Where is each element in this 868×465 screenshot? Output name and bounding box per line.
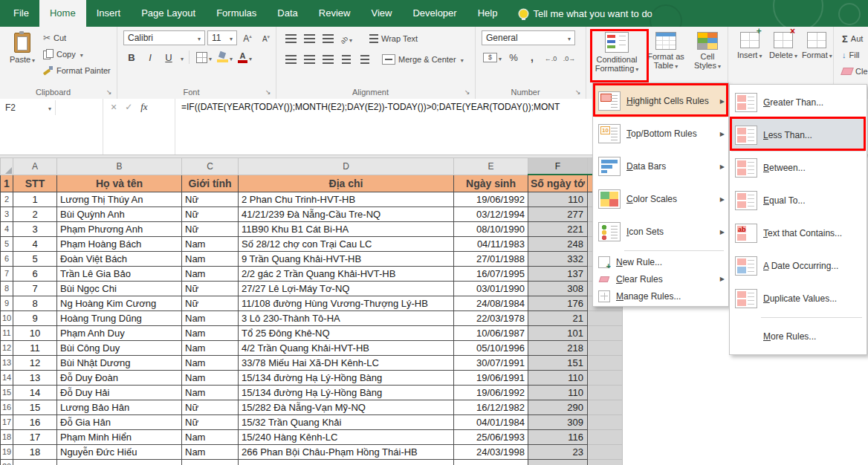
menu-item[interactable]: Data Bars [595,150,727,183]
menu-item[interactable]: Top/Bottom Rules [595,117,727,150]
cell-days[interactable]: 248 [528,236,588,251]
select-all-corner[interactable] [1,158,13,175]
cell-dob[interactable]: 16/07/1995 [454,266,528,281]
column-header[interactable]: C [182,158,239,175]
cell-gender[interactable]: Nam [182,355,239,370]
menu-item[interactable]: Clear Rules [595,270,727,287]
cell-name[interactable]: Đỗ Duy Hải [57,385,182,400]
cell-extra[interactable] [588,444,623,459]
header-cell-address[interactable]: Địa chỉ [239,175,454,192]
cell-address[interactable]: 2 Phan Chu Trinh-HVT-HB [239,192,454,207]
format-cells-button[interactable]: Format [801,29,833,61]
cell-name[interactable]: Ng Hoàng Kim Cương [57,296,182,310]
cell-extra[interactable] [588,429,623,444]
menu-item[interactable]: More Rules... [731,320,865,353]
insert-function-button[interactable]: fx [140,102,147,112]
cell-stt[interactable]: 17 [13,429,57,444]
name-box[interactable]: F2 [1,100,55,115]
cell-gender[interactable]: Nữ [182,207,239,221]
cell-extra[interactable] [588,414,623,429]
cell-extra[interactable] [588,310,623,325]
cell-days[interactable]: 116 [528,429,588,444]
number-format-select[interactable]: General [482,30,575,45]
menu-item[interactable]: New Rule... [595,253,727,270]
copy-button[interactable]: Copy [41,46,113,62]
cell-gender[interactable]: Nam [182,266,239,281]
menu-item[interactable]: Greater Than... [731,86,865,119]
cell-gender[interactable]: Nam [182,429,239,444]
cell-gender[interactable]: Nam [182,251,239,266]
row-header[interactable]: 9 [1,296,13,310]
column-header[interactable]: D [239,158,454,175]
cell-dob[interactable]: 10/06/1987 [454,325,528,340]
row-header[interactable]: 16 [1,400,13,414]
row-header[interactable]: 14 [1,370,13,385]
cell-days[interactable]: 21 [528,310,588,325]
row-header[interactable]: 6 [1,251,13,266]
accounting-format-button[interactable] [482,50,503,65]
font-dialog-launcher[interactable] [265,89,273,97]
fill-button[interactable]: Fill [840,47,868,63]
cell-stt[interactable]: 4 [13,236,57,251]
cell-days[interactable]: 110 [528,192,588,207]
cell-dob[interactable]: 27/01/1988 [454,251,528,266]
row-header[interactable]: 1 [1,175,13,192]
cell[interactable] [454,459,528,465]
cell-stt[interactable]: 8 [13,296,57,310]
row-header[interactable]: 7 [1,266,13,281]
cell-stt[interactable]: 6 [13,266,57,281]
cell-days[interactable]: 218 [528,340,588,355]
cell-address[interactable]: 2/2 gác 2 Trần Quang Khải-HVT-HB [239,266,454,281]
cell-stt[interactable]: 12 [13,355,57,370]
font-family-select[interactable]: Calibri [123,30,205,45]
cell-stt[interactable]: 2 [13,207,57,221]
cell-gender[interactable]: Nam [182,340,239,355]
ribbon-tab[interactable]: File [3,0,39,27]
cell-gender[interactable]: Nữ [182,221,239,236]
cell-dob[interactable]: 03/01/1990 [454,281,528,296]
ribbon-tab[interactable]: Insert [86,0,132,27]
fill-color-button[interactable] [216,50,234,65]
cell-dob[interactable]: 05/10/1996 [454,340,528,355]
cell-extra[interactable] [588,400,623,414]
align-bottom-button[interactable] [320,31,336,46]
cell-address[interactable]: 15/240 Hàng Kênh-LC [239,429,454,444]
enter-icon[interactable] [125,102,132,112]
cell-name[interactable]: Lương Thị Thúy An [57,192,182,207]
column-header[interactable]: F [528,158,588,175]
ribbon-tab[interactable]: Data [267,0,308,27]
ribbon-tab[interactable]: Home [39,0,86,27]
increase-decimal-button[interactable] [542,50,559,65]
cell-stt[interactable]: 18 [13,444,57,459]
cell-name[interactable]: Đỗ Gia Hân [57,414,182,429]
menu-item[interactable]: Icon Sets [595,215,727,248]
underline-button[interactable]: U [161,50,177,65]
cell-stt[interactable]: 5 [13,251,57,266]
header-cell-stt[interactable]: STT [13,175,57,192]
row-header[interactable]: 5 [1,236,13,251]
cell-stt[interactable]: 15 [13,400,57,414]
cell-extra[interactable] [588,355,623,370]
borders-button[interactable] [195,50,213,65]
decrease-decimal-button[interactable] [561,50,577,65]
ribbon-tab[interactable]: Formulas [206,0,267,27]
column-header[interactable]: A [13,158,57,175]
cell-gender[interactable]: Nam [182,370,239,385]
column-header[interactable]: E [454,158,528,175]
cell-address[interactable]: 15/32 Trần Quang Khải [239,414,454,429]
cell-days[interactable]: 110 [528,370,588,385]
percent-style-button[interactable]: % [505,50,522,65]
cell-address[interactable]: 15/134 đường Hạ Lý-Hồng Bàng [239,385,454,400]
cell-name[interactable]: Lương Bảo Hân [57,400,182,414]
increase-indent-button[interactable] [357,52,373,67]
row-header[interactable]: 4 [1,221,13,236]
format-as-table-button[interactable]: Format as Table [644,29,688,71]
cell-days[interactable]: 151 [528,355,588,370]
cell-address[interactable]: 3 Lô 230-Thành Tô-HA [239,310,454,325]
format-painter-button[interactable]: Format Painter [41,62,113,79]
cell-stt[interactable]: 9 [13,310,57,325]
menu-item[interactable]: Manage Rules... [595,287,727,305]
ribbon-tab[interactable]: Review [308,0,361,27]
cell-dob[interactable]: 22/03/1978 [454,310,528,325]
cell[interactable] [588,459,623,465]
